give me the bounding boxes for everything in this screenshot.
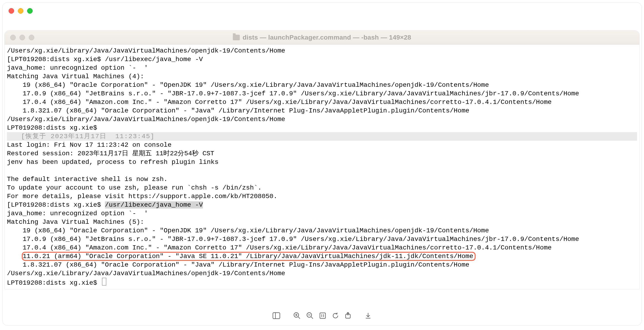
prompt: [LPT019208:dists xg.xie$ [7,201,105,209]
outer-window-controls [8,8,33,14]
output-line: To update your account to use zsh, pleas… [7,184,637,192]
output-line: 17.0.4 (x86_64) "Amazon.com Inc." - "Ama… [7,98,637,106]
svg-line-3 [298,317,300,319]
outer-window: dists — launchPackager.command — -bash —… [2,2,642,326]
output-line: Matching Java Virtual Machines (5): [7,218,637,226]
terminal-title-text: dists — launchPackager.command — -bash —… [242,34,411,41]
output-line: [LPT019208:dists xg.xie$ /usr/libexec/ja… [7,55,637,64]
output-line: Matching Java Virtual Machines (4): [7,72,637,81]
prompt: [LPT019208:dists xg.xie$ [7,56,105,63]
folder-icon [233,35,240,40]
zoom-in-icon[interactable] [293,312,301,319]
svg-rect-9 [320,313,326,319]
zoom-icon[interactable] [29,35,34,40]
cursor-icon [102,278,106,286]
output-line: Last login: Fri Nov 17 11:23:42 on conso… [7,141,637,149]
output-line: For more details, please visit https://s… [7,192,637,201]
rotate-icon[interactable] [332,312,339,319]
output-line: 17.0.9 (x86_64) "JetBrains s.r.o." - "JB… [7,235,637,244]
open-in-new-icon[interactable] [345,312,352,319]
output-line: /Users/xg.xie/Library/Java/JavaVirtualMa… [7,46,637,55]
indent [7,253,23,260]
close-icon[interactable] [10,35,16,40]
download-icon[interactable] [364,312,372,319]
highlighted-line: 11.0.21 (arm64) "Oracle Corporation" - "… [22,252,476,261]
output-line: /Users/xg.xie/Library/Java/JavaVirtualMa… [7,115,637,124]
output-line: 11.0.21 (arm64) "Oracle Corporation" - "… [7,252,637,261]
output-line: Restored session: 2023年11月17日 星期五 11时22分… [7,149,637,158]
output-line: 17.0.9 (x86_64) "JetBrains s.r.o." - "JB… [7,89,637,98]
output-line: 19 (x86_64) "Oracle Corporation" - "Open… [7,226,637,235]
output-line: 19 (x86_64) "Oracle Corporation" - "Open… [7,81,637,89]
close-icon[interactable] [8,8,14,14]
output-line: The default interactive shell is now zsh… [7,175,637,184]
viewer-toolbar [272,312,372,319]
output-line: /Users/xg.xie/Library/Java/JavaVirtualMa… [7,269,637,278]
prompt-line: LPT019208:dists xg.xie$ [7,278,637,287]
terminal-window: dists — launchPackager.command — -bash —… [4,30,640,289]
terminal-title: dists — launchPackager.command — -bash —… [233,34,411,41]
restore-banner: [恢复于 2023年11月17日 11:23:45] [7,132,637,141]
command-text: /usr/libexec/java_home -V [105,201,203,209]
output-line: 1.8.321.07 (x86_64) "Oracle Corporation"… [7,261,637,269]
output-line: jenv has been updated, process to refres… [7,158,637,166]
command-text: /usr/libexec/java_home -V [105,56,203,63]
actual-size-icon[interactable] [319,312,326,319]
output-line [7,166,637,175]
svg-rect-0 [273,313,280,319]
sidebar-toggle-icon[interactable] [272,312,280,319]
zoom-icon[interactable] [27,8,33,14]
zoom-out-icon[interactable] [306,312,314,319]
minimize-icon[interactable] [18,8,24,14]
output-line: [LPT019208:dists xg.xie$ /usr/libexec/ja… [7,201,637,209]
prompt-line: LPT019208:dists xg.xie$ [7,124,637,132]
svg-line-7 [311,317,313,319]
minimize-icon[interactable] [20,35,25,40]
prompt: LPT019208:dists xg.xie$ [7,279,101,287]
output-line: java_home: unrecognized option `- ' [7,64,637,72]
output-line: java_home: unrecognized option `- ' [7,209,637,218]
terminal-window-controls [10,35,34,40]
output-line: 1.8.321.07 (x86_64) "Oracle Corporation"… [7,106,637,115]
terminal-titlebar[interactable]: dists — launchPackager.command — -bash —… [5,30,639,45]
terminal-output[interactable]: /Users/xg.xie/Library/Java/JavaVirtualMa… [5,45,639,289]
output-line: 17.0.4 (x86_64) "Amazon.com Inc." - "Ama… [7,244,637,252]
